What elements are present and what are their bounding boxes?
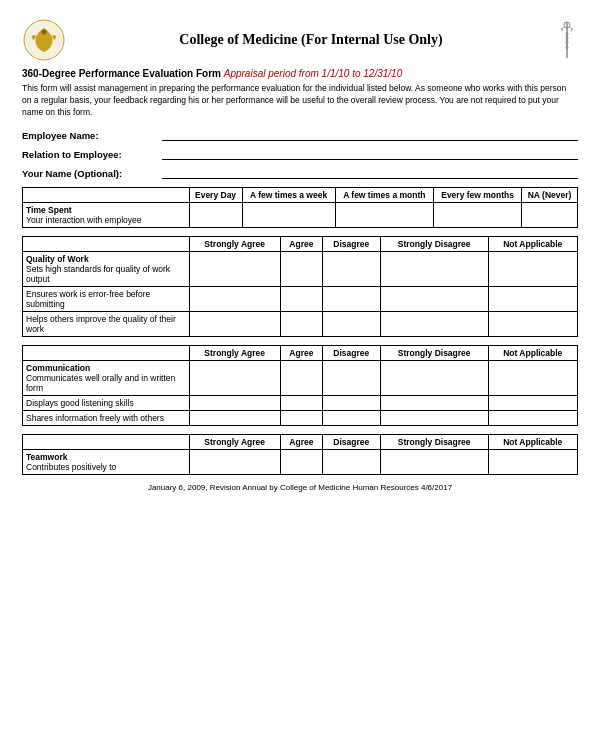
cell[interactable] [322, 251, 380, 286]
table-row: Ensures work is error-free before submit… [23, 286, 578, 311]
col-agree: Agree [280, 236, 322, 251]
relation-row: Relation to Employee: [22, 146, 578, 160]
cell[interactable] [280, 286, 322, 311]
col-agree: Agree [280, 345, 322, 360]
col-every-day: Every Day [189, 187, 242, 202]
cell[interactable] [322, 286, 380, 311]
col-agree: Agree [280, 434, 322, 449]
cell[interactable] [280, 311, 322, 336]
cell[interactable] [280, 410, 322, 425]
cell[interactable] [322, 360, 380, 395]
col-not-applicable: Not Applicable [488, 345, 577, 360]
svg-point-1 [42, 30, 47, 35]
cell[interactable] [488, 251, 577, 286]
cell[interactable] [380, 251, 488, 286]
table-row: CommunicationCommunicates well orally an… [23, 360, 578, 395]
table-row: Shares information freely with others [23, 410, 578, 425]
cell[interactable] [189, 251, 280, 286]
cell[interactable] [380, 360, 488, 395]
cell[interactable] [322, 449, 380, 474]
row-shares-info: Shares information freely with others [23, 410, 190, 425]
col-few-times-month: A few times a month [335, 187, 434, 202]
page-header: College of Medicine (For Internal Use On… [22, 18, 578, 62]
col-not-applicable: Not Applicable [488, 236, 577, 251]
cell[interactable] [189, 395, 280, 410]
relation-label: Relation to Employee: [22, 149, 162, 160]
col-every-few-months: Every few months [434, 187, 522, 202]
left-logo-icon [22, 18, 66, 62]
cell[interactable] [380, 286, 488, 311]
table-row: Displays good listening skills [23, 395, 578, 410]
cell[interactable] [189, 202, 242, 227]
cell[interactable] [488, 410, 577, 425]
cell[interactable] [189, 286, 280, 311]
quality-of-work-table: Strongly Agree Agree Disagree Strongly D… [22, 236, 578, 337]
cell[interactable] [488, 311, 577, 336]
table-row: TeamworkContributes positively to [23, 449, 578, 474]
cell[interactable] [189, 449, 280, 474]
teamwork-table: Strongly Agree Agree Disagree Strongly D… [22, 434, 578, 475]
col-na-never: NA (Never) [522, 187, 578, 202]
employee-name-row: Employee Name: [22, 127, 578, 141]
row-helps-others: Helps others improve the quality of thei… [23, 311, 190, 336]
employee-name-label: Employee Name: [22, 130, 162, 141]
cell[interactable] [380, 449, 488, 474]
cell[interactable] [189, 360, 280, 395]
row-listening: Displays good listening skills [23, 395, 190, 410]
col-strongly-agree: Strongly Agree [189, 236, 280, 251]
table-row: Quality of WorkSets high standards for q… [23, 251, 578, 286]
cell[interactable] [280, 251, 322, 286]
col-disagree: Disagree [322, 345, 380, 360]
table-row: Time SpentYour interaction with employee [23, 202, 578, 227]
footer-text: January 6, 2009, Revision Annual by Coll… [22, 483, 578, 492]
cell[interactable] [488, 360, 577, 395]
employee-name-input[interactable] [162, 127, 578, 141]
time-spent-label: Time SpentYour interaction with employee [23, 202, 190, 227]
communication-table: Strongly Agree Agree Disagree Strongly D… [22, 345, 578, 426]
page-title: College of Medicine (For Internal Use On… [66, 32, 556, 48]
right-logo-icon [556, 18, 578, 62]
form-title: 360-Degree Performance Evaluation Form A… [22, 68, 578, 79]
col-few-times-week: A few times a week [242, 187, 335, 202]
col-strongly-agree: Strongly Agree [189, 345, 280, 360]
col-strongly-disagree: Strongly Disagree [380, 434, 488, 449]
col-strongly-agree: Strongly Agree [189, 434, 280, 449]
your-name-input[interactable] [162, 165, 578, 179]
header-center: College of Medicine (For Internal Use On… [66, 32, 556, 48]
cell[interactable] [189, 410, 280, 425]
cell[interactable] [322, 311, 380, 336]
cell[interactable] [488, 449, 577, 474]
col-disagree: Disagree [322, 236, 380, 251]
table-row: Helps others improve the quality of thei… [23, 311, 578, 336]
col-disagree: Disagree [322, 434, 380, 449]
cell[interactable] [380, 395, 488, 410]
time-spent-table: Every Day A few times a week A few times… [22, 187, 578, 228]
quality-section-label: Quality of WorkSets high standards for q… [23, 251, 190, 286]
cell[interactable] [488, 395, 577, 410]
col-not-applicable: Not Applicable [488, 434, 577, 449]
your-name-row: Your Name (Optional): [22, 165, 578, 179]
cell[interactable] [242, 202, 335, 227]
teamwork-section-label: TeamworkContributes positively to [23, 449, 190, 474]
cell[interactable] [322, 410, 380, 425]
communication-section-label: CommunicationCommunicates well orally an… [23, 360, 190, 395]
form-description: This form will assist management in prep… [22, 83, 578, 119]
cell[interactable] [380, 311, 488, 336]
cell[interactable] [189, 311, 280, 336]
cell[interactable] [522, 202, 578, 227]
relation-input[interactable] [162, 146, 578, 160]
cell[interactable] [434, 202, 522, 227]
cell[interactable] [322, 395, 380, 410]
your-name-label: Your Name (Optional): [22, 168, 162, 179]
col-strongly-disagree: Strongly Disagree [380, 236, 488, 251]
cell[interactable] [335, 202, 434, 227]
cell[interactable] [488, 286, 577, 311]
cell[interactable] [280, 449, 322, 474]
col-strongly-disagree: Strongly Disagree [380, 345, 488, 360]
cell[interactable] [280, 360, 322, 395]
cell[interactable] [280, 395, 322, 410]
cell[interactable] [380, 410, 488, 425]
row-error-free: Ensures work is error-free before submit… [23, 286, 190, 311]
